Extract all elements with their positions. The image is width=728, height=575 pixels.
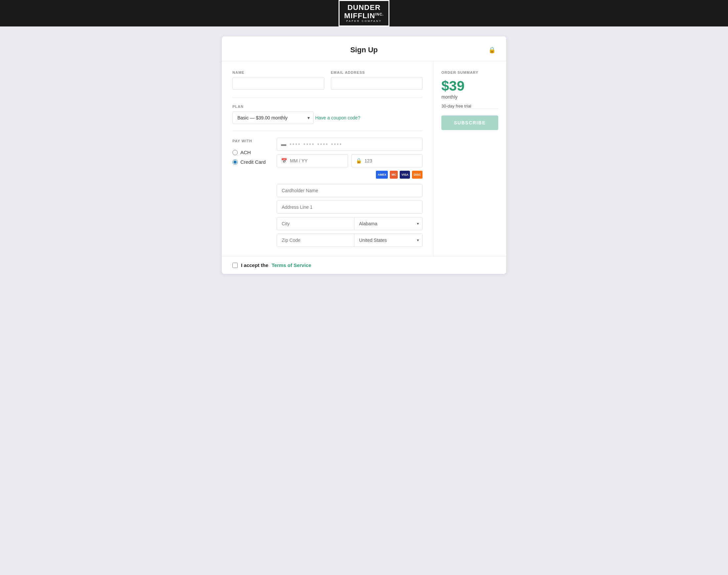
pay-methods: PAY WITH ACH Credit Card xyxy=(232,138,269,247)
name-input[interactable] xyxy=(232,77,324,90)
order-trial: 30-day free trial xyxy=(441,104,498,108)
divider-1 xyxy=(232,98,423,98)
zip-country-row: United States Canada United Kingdom ▾ xyxy=(277,234,423,247)
form-footer: I accept the Terms of Service xyxy=(222,256,506,274)
cardholder-name-input[interactable] xyxy=(277,184,423,197)
subscribe-button[interactable]: SUBSCRIBE xyxy=(441,115,498,130)
zip-input[interactable] xyxy=(277,234,355,246)
tos-text: I accept the xyxy=(241,262,268,268)
logo-text: DUNDERMIFFLININC. xyxy=(344,4,384,20)
top-bar: DUNDERMIFFLININC. PAPER COMPANY xyxy=(0,0,728,27)
tos-checkbox[interactable] xyxy=(232,263,238,268)
mastercard-logo: MC xyxy=(390,171,398,179)
plan-select[interactable]: Basic — $39.00 monthly Pro — $79.00 mont… xyxy=(232,111,314,124)
calendar-icon: 📅 xyxy=(281,158,287,164)
form-card: Sign Up 🔒 NAME EMAIL ADDRESS xyxy=(222,36,506,274)
plan-section: PLAN Basic — $39.00 monthly Pro — $79.00… xyxy=(232,105,423,124)
credit-card-label: Credit Card xyxy=(240,159,266,165)
ach-radio[interactable] xyxy=(232,150,238,155)
credit-card-option[interactable]: Credit Card xyxy=(232,159,269,165)
cvv-wrapper: 🔒 xyxy=(352,154,423,167)
discover-logo: DISC xyxy=(412,171,423,179)
lock-small-icon: 🔒 xyxy=(356,158,362,164)
order-price: $39 xyxy=(441,79,498,93)
plan-label: PLAN xyxy=(232,105,423,108)
divider-2 xyxy=(232,131,423,131)
card-icon: ▬ xyxy=(281,141,286,147)
name-label: NAME xyxy=(232,70,324,74)
email-input[interactable] xyxy=(331,77,423,90)
name-email-row: NAME EMAIL ADDRESS xyxy=(232,70,423,90)
pay-section: PAY WITH ACH Credit Card xyxy=(232,138,423,247)
name-field-group: NAME xyxy=(232,70,324,90)
ach-option[interactable]: ACH xyxy=(232,149,269,155)
visa-logo: VISA xyxy=(400,171,410,179)
pay-with-label: PAY WITH xyxy=(232,139,269,143)
order-period: monthly xyxy=(441,94,498,100)
credit-card-radio[interactable] xyxy=(232,160,238,165)
coupon-link[interactable]: Have a coupon code? xyxy=(315,115,360,121)
city-state-row: Alabama Alaska Arizona Arkansas Californ… xyxy=(277,217,423,230)
city-input[interactable] xyxy=(277,217,355,230)
page-content: Sign Up 🔒 NAME EMAIL ADDRESS xyxy=(0,27,728,287)
plan-select-wrapper: Basic — $39.00 monthly Pro — $79.00 mont… xyxy=(232,111,314,124)
lock-icon: 🔒 xyxy=(488,46,496,54)
card-number-wrapper: ▬ •••• •••• •••• •••• xyxy=(277,138,423,151)
tos-link[interactable]: Terms of Service xyxy=(272,262,312,268)
form-header: Sign Up 🔒 xyxy=(222,36,506,61)
ach-label: ACH xyxy=(240,149,251,155)
address-input[interactable] xyxy=(277,201,423,214)
subscribe-section: SUBSCRIBE xyxy=(441,108,498,130)
email-label: EMAIL ADDRESS xyxy=(331,70,423,74)
state-select[interactable]: Alabama Alaska Arizona Arkansas Californ… xyxy=(355,217,422,230)
card-dots: •••• •••• •••• •••• xyxy=(290,141,342,147)
page-title: Sign Up xyxy=(350,46,377,54)
expiry-cvv-row: 📅 🔒 xyxy=(277,154,423,167)
card-logos: AMEX MC VISA DISC xyxy=(277,171,423,179)
country-select-wrapper: United States Canada United Kingdom ▾ xyxy=(355,234,422,246)
expiry-wrapper: 📅 xyxy=(277,154,348,167)
form-left: NAME EMAIL ADDRESS PLAN Basic — $39.00 m… xyxy=(222,61,433,256)
state-select-wrapper: Alabama Alaska Arizona Arkansas Californ… xyxy=(355,217,422,230)
cvv-input[interactable] xyxy=(365,158,418,163)
amex-logo: AMEX xyxy=(376,171,388,179)
order-summary-label: ORDER SUMMARY xyxy=(441,70,498,74)
order-summary-panel: ORDER SUMMARY $39 monthly 30-day free tr… xyxy=(433,61,506,256)
billing-fields: Alabama Alaska Arizona Arkansas Californ… xyxy=(277,184,423,247)
logo-subtext: PAPER COMPANY xyxy=(344,20,384,23)
expiry-input[interactable] xyxy=(290,158,344,163)
country-select[interactable]: United States Canada United Kingdom xyxy=(355,234,422,246)
email-field-group: EMAIL ADDRESS xyxy=(331,70,423,90)
logo: DUNDERMIFFLININC. PAPER COMPANY xyxy=(338,0,390,26)
card-fields: ▬ •••• •••• •••• •••• 📅 🔒 xyxy=(277,138,423,247)
form-body: NAME EMAIL ADDRESS PLAN Basic — $39.00 m… xyxy=(222,61,506,256)
